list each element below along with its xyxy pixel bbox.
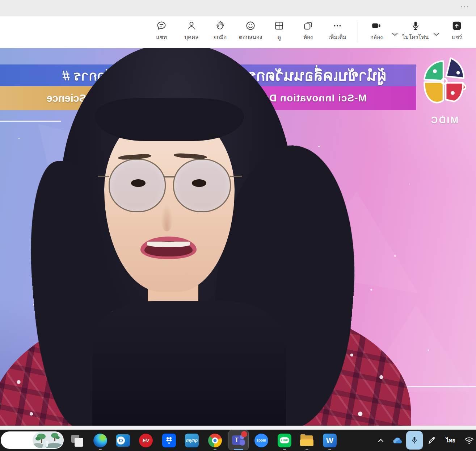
camera-on-icon xyxy=(361,20,392,32)
share-label: แชร์ xyxy=(442,33,472,42)
microphone-label: ไมโครโฟน xyxy=(400,33,431,42)
windows-ink-pen-icon[interactable] xyxy=(425,430,439,451)
chat-button[interactable]: แชท xyxy=(146,20,177,42)
word-icon: W xyxy=(323,434,337,447)
expressvpn-icon: EV xyxy=(139,434,153,447)
participant-teeth xyxy=(147,242,190,247)
camera-options-chevron[interactable] xyxy=(390,31,400,38)
rooms-button[interactable]: ห้อง xyxy=(293,20,323,42)
grid-view-icon xyxy=(264,20,294,32)
taskbar-dropbox-button[interactable] xyxy=(159,430,179,451)
window-overflow-menu[interactable]: ··· xyxy=(460,3,469,11)
people-button[interactable]: บุคคล xyxy=(176,20,207,42)
raise-hand-label: ยกมือ xyxy=(205,33,235,42)
edge-icon xyxy=(93,434,107,447)
teams-running-indicator xyxy=(234,449,243,450)
myhp-icon: myhp xyxy=(185,434,199,447)
participant-eye xyxy=(131,179,146,187)
reactions-label: ตอบสนอง xyxy=(235,33,266,42)
taskbar-expressvpn-button[interactable]: EV xyxy=(136,430,156,451)
zoom-icon: zoom xyxy=(254,434,268,447)
window-title-bar: ··· xyxy=(0,0,476,16)
taskbar-search-box[interactable] xyxy=(1,431,64,449)
people-label: บุคคล xyxy=(176,33,207,42)
people-icon xyxy=(176,20,207,32)
teams-meeting-window: ··· แชท บุคคล ยกมือ ตอบสนอง xyxy=(0,0,476,451)
taskbar-line-button[interactable]: LINE xyxy=(274,430,295,451)
raise-hand-button[interactable]: ยกมือ xyxy=(205,20,235,42)
camera-label: กล้อง xyxy=(361,33,392,42)
teams-notification-badge xyxy=(241,431,247,437)
rooms-icon xyxy=(293,20,323,32)
microphone-button[interactable]: ไมโครโฟน xyxy=(400,20,431,42)
tray-chevron-up[interactable] xyxy=(375,430,387,451)
taskbar-myhp-button[interactable]: myhp xyxy=(182,430,202,451)
task-view-button[interactable] xyxy=(67,430,87,451)
camera-button[interactable]: กล้อง xyxy=(361,20,392,42)
line-icon: LINE xyxy=(278,434,291,447)
participant-nose-shadow xyxy=(161,203,173,231)
participant-glasses-bridge xyxy=(164,176,175,178)
taskbar-chrome-button[interactable] xyxy=(205,430,225,451)
microphone-options-chevron[interactable] xyxy=(431,31,441,38)
teams-active-highlight: T xyxy=(228,430,249,450)
more-button[interactable]: เพิ่มเติม xyxy=(322,20,353,42)
midc-puzzle-face-icon xyxy=(420,57,468,112)
more-label: เพิ่มเติม xyxy=(322,33,353,42)
chat-label: แชท xyxy=(146,33,177,42)
smiley-icon xyxy=(235,20,266,32)
windows-taskbar: O EV myhp T zoom xyxy=(0,430,476,451)
taskbar-edge-button[interactable] xyxy=(90,430,110,451)
midc-wordmark: MIDC xyxy=(420,114,468,126)
taskbar-teams-button[interactable]: T xyxy=(228,430,249,451)
share-screen-icon xyxy=(442,20,472,32)
chrome-icon xyxy=(208,434,222,447)
dropbox-icon xyxy=(162,434,176,447)
participant-glasses-temple xyxy=(98,176,109,177)
view-button[interactable]: ดู xyxy=(264,20,294,42)
onedrive-icon[interactable] xyxy=(390,430,405,451)
toolbar-separator xyxy=(358,22,358,42)
raise-hand-icon xyxy=(205,20,235,32)
share-button[interactable]: แชร์ xyxy=(442,20,472,42)
task-view-icon xyxy=(70,434,84,447)
chat-icon xyxy=(146,20,177,32)
participant-hair-front xyxy=(92,301,286,426)
taskbar-word-button[interactable]: W xyxy=(320,430,340,451)
microphone-on-icon xyxy=(400,20,431,32)
taskbar-zoom-button[interactable]: zoom xyxy=(251,430,271,451)
language-indicator[interactable]: ไทย xyxy=(442,430,459,451)
meeting-toolbar: แชท บุคคล ยกมือ ตอบสนอง ดู xyxy=(0,16,476,48)
taskbar-file-explorer-button[interactable] xyxy=(297,430,317,451)
more-ellipsis-icon xyxy=(322,20,353,32)
file-explorer-icon xyxy=(300,434,314,447)
search-box-daily-image xyxy=(33,432,63,448)
rooms-label: ห้อง xyxy=(293,33,323,42)
participant-glasses-temple xyxy=(230,176,242,177)
view-label: ดู xyxy=(264,33,294,42)
participant-eye xyxy=(192,179,206,187)
participant-video-tile: ผู้นำขับเคลื่อนนวัตกรรม การจัดการ # M-Sc… xyxy=(0,48,476,426)
teams-icon: T xyxy=(232,434,245,447)
outlook-icon: O xyxy=(116,434,130,447)
midc-logo: MIDC xyxy=(420,57,468,126)
wifi-icon[interactable] xyxy=(463,430,476,451)
participant-hair-fringe xyxy=(95,98,244,141)
tray-microphone-active[interactable] xyxy=(406,431,423,450)
window-bottom-edge xyxy=(0,426,476,430)
taskbar-outlook-button[interactable]: O xyxy=(113,430,133,451)
reactions-button[interactable]: ตอบสนอง xyxy=(235,20,266,42)
